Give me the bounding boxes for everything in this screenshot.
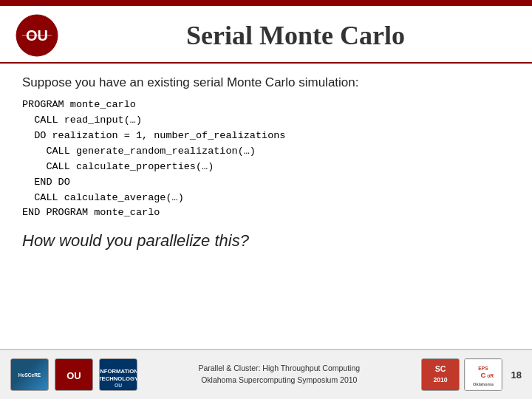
it-logo: INFORMATION TECHNOLOGY OU	[99, 358, 137, 391]
top-bar	[0, 0, 532, 6]
svg-text:INFORMATION: INFORMATION	[100, 368, 137, 375]
footer-text: Parallel & Cluster: High Throughput Comp…	[137, 363, 421, 386]
svg-text:Oklahoma: Oklahoma	[473, 382, 494, 386]
page-number: 18	[511, 369, 522, 381]
code-block: PROGRAM monte_carlo CALL read_input(…) D…	[22, 98, 510, 221]
subtitle-text: Suppose you have an existing serial Mont…	[22, 75, 510, 90]
svg-rect-9	[422, 359, 459, 390]
content-area: Suppose you have an existing serial Mont…	[0, 64, 532, 258]
slide: OU Serial Monte Carlo Suppose you have a…	[0, 0, 532, 399]
ou-footer-logo: OU	[55, 358, 93, 391]
footer-line2: Oklahoma Supercomputing Symposium 2010	[137, 375, 421, 386]
header: OU Serial Monte Carlo	[0, 6, 532, 64]
slide-title: Serial Monte Carlo	[74, 20, 517, 51]
svg-text:C: C	[480, 371, 485, 379]
hoscere-logo: HoSCeRE	[10, 358, 49, 391]
ou-logo: OU	[15, 13, 59, 58]
footer-logos-right: SC 2010 EPS C oR Oklahoma 18	[421, 358, 522, 391]
svg-text:TECHNOLOGY: TECHNOLOGY	[100, 375, 137, 382]
svg-text:OU: OU	[115, 383, 122, 388]
sc2010-logo: SC 2010	[421, 358, 460, 391]
svg-text:OU: OU	[66, 370, 81, 381]
svg-text:oR: oR	[487, 373, 494, 378]
epscor-logo: EPS C oR Oklahoma	[464, 358, 502, 391]
footer-logos-left: HoSCeRE OU INFORMATION TECHNOLOGY OU	[10, 358, 137, 391]
question-text: How would you parallelize this?	[22, 231, 510, 250]
footer: HoSCeRE OU INFORMATION TECHNOLOGY OU Par…	[0, 349, 532, 399]
svg-text:SC: SC	[434, 364, 446, 373]
footer-line1: Parallel & Cluster: High Throughput Comp…	[137, 363, 421, 375]
svg-text:2010: 2010	[433, 376, 447, 383]
